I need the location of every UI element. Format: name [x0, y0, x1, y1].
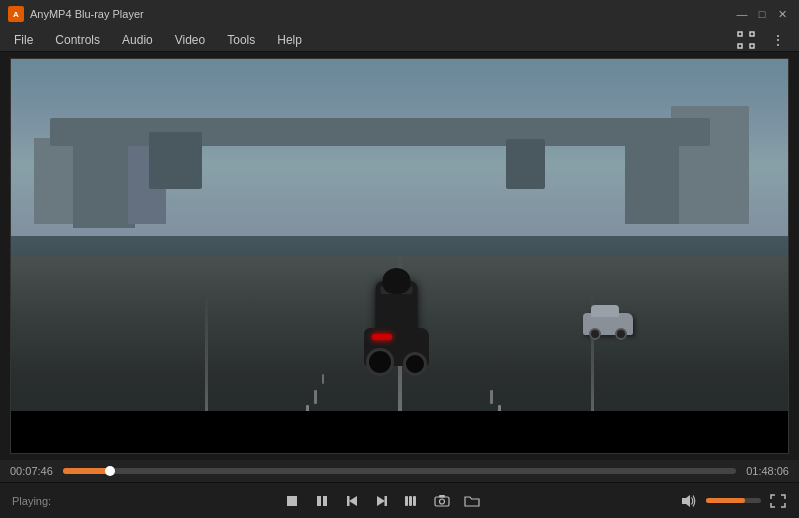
svg-rect-10 — [385, 496, 388, 506]
motorcycle-tail-light — [372, 334, 392, 340]
snapshot-button[interactable] — [429, 488, 455, 514]
chapters-button[interactable] — [399, 488, 425, 514]
menu-audio[interactable]: Audio — [112, 31, 163, 49]
svg-rect-13 — [413, 496, 416, 506]
status-text: Playing: — [8, 495, 88, 507]
svg-marker-17 — [682, 495, 690, 507]
bridge-support-left — [149, 132, 202, 189]
stop-button[interactable] — [279, 488, 305, 514]
next-button[interactable] — [369, 488, 395, 514]
svg-point-15 — [440, 499, 445, 504]
minimize-button[interactable]: — — [733, 5, 751, 23]
svg-rect-6 — [323, 496, 327, 506]
progress-filled — [63, 468, 110, 474]
progress-thumb — [105, 466, 115, 476]
window-controls: — □ ✕ — [733, 5, 791, 23]
time-total: 01:48:06 — [744, 465, 789, 477]
menu-video[interactable]: Video — [165, 31, 215, 49]
prev-button[interactable] — [339, 488, 365, 514]
svg-rect-1 — [750, 32, 754, 36]
bridge-overpass — [50, 118, 710, 189]
app-icon: A — [8, 6, 24, 22]
progress-area: 00:07:46 01:48:06 — [0, 460, 799, 482]
title-bar-left: A AnyMP4 Blu-ray Player — [8, 6, 144, 22]
menu-items: File Controls Audio Video Tools Help — [4, 31, 312, 49]
svg-rect-12 — [409, 496, 412, 506]
movie-scene — [11, 59, 788, 453]
svg-rect-5 — [317, 496, 321, 506]
distant-car-wheel-back — [615, 328, 627, 340]
menu-controls[interactable]: Controls — [45, 31, 110, 49]
menu-tools[interactable]: Tools — [217, 31, 265, 49]
distant-car — [583, 313, 633, 335]
controls-right — [676, 488, 791, 514]
volume-slider[interactable] — [706, 498, 761, 503]
svg-marker-7 — [349, 496, 357, 506]
letterbox-bottom — [11, 411, 788, 453]
svg-rect-0 — [738, 32, 742, 36]
svg-rect-3 — [750, 44, 754, 48]
menu-help[interactable]: Help — [267, 31, 312, 49]
motorcycle-wheel-front — [403, 352, 427, 376]
svg-rect-16 — [439, 495, 445, 498]
svg-marker-9 — [377, 496, 385, 506]
title-text: AnyMP4 Blu-ray Player — [30, 8, 144, 20]
menu-right: ⋮ — [733, 29, 795, 51]
snapshot-menu-button[interactable] — [733, 29, 759, 51]
motorcycle-wheel-back — [366, 348, 394, 376]
menu-file[interactable]: File — [4, 31, 43, 49]
maximize-button[interactable]: □ — [753, 5, 771, 23]
time-current: 00:07:46 — [10, 465, 55, 477]
controls-center — [90, 488, 674, 514]
controls-bar: Playing: — [0, 482, 799, 518]
close-button[interactable]: ✕ — [773, 5, 791, 23]
bridge-support-right — [506, 139, 546, 189]
svg-rect-14 — [435, 497, 449, 506]
more-menu-button[interactable]: ⋮ — [765, 29, 791, 51]
volume-fill — [706, 498, 745, 503]
motorcycle-rider — [361, 266, 431, 366]
pause-button[interactable] — [309, 488, 335, 514]
rider-helmet — [382, 268, 410, 294]
video-area[interactable] — [10, 58, 789, 454]
svg-rect-4 — [287, 496, 297, 506]
title-bar: A AnyMP4 Blu-ray Player — □ ✕ — [0, 0, 799, 28]
svg-rect-8 — [347, 496, 350, 506]
lane-dash-2 — [314, 390, 317, 404]
distant-car-wheel-front — [589, 328, 601, 340]
volume-icon-button[interactable] — [676, 488, 702, 514]
motorcycle-body — [364, 328, 429, 366]
fullscreen-button[interactable] — [765, 488, 791, 514]
lane-dash-3 — [322, 374, 324, 384]
menu-bar: File Controls Audio Video Tools Help ⋮ — [0, 28, 799, 52]
open-file-button[interactable] — [459, 488, 485, 514]
svg-rect-11 — [405, 496, 408, 506]
progress-bar[interactable] — [63, 468, 736, 474]
lane-dash-5 — [490, 390, 493, 404]
svg-rect-2 — [738, 44, 742, 48]
